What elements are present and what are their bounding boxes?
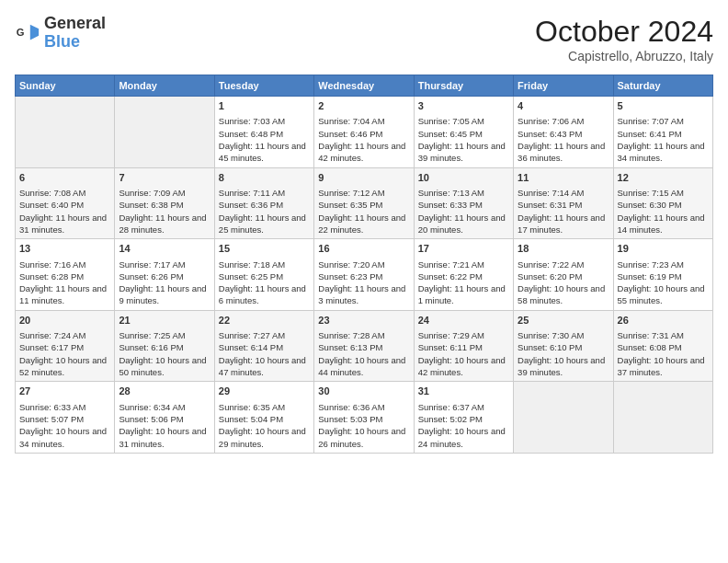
day-info: Sunset: 6:48 PM	[219, 128, 310, 140]
page-header: G General Blue October 2024 Capistrello,…	[15, 15, 713, 63]
day-info: Sunrise: 6:37 AM	[418, 401, 509, 413]
day-number: 26	[618, 314, 709, 327]
day-info: Daylight: 10 hours and 29 minutes.	[219, 425, 310, 450]
day-info: Sunrise: 6:34 AM	[119, 401, 210, 413]
calendar-week-row: 27Sunrise: 6:33 AMSunset: 5:07 PMDayligh…	[16, 382, 713, 454]
day-info: Sunrise: 7:07 AM	[618, 115, 709, 127]
logo-text: General Blue	[44, 15, 106, 52]
logo-icon: G	[15, 20, 40, 46]
calendar-cell: 23Sunrise: 7:28 AMSunset: 6:13 PMDayligh…	[314, 310, 414, 382]
calendar-cell: 18Sunrise: 7:22 AMSunset: 6:20 PMDayligh…	[514, 239, 613, 311]
day-info: Sunrise: 7:13 AM	[418, 187, 509, 199]
day-info: Daylight: 11 hours and 36 minutes.	[518, 140, 609, 165]
day-info: Daylight: 10 hours and 26 minutes.	[318, 425, 409, 450]
calendar-cell: 9Sunrise: 7:12 AMSunset: 6:35 PMDaylight…	[314, 167, 414, 239]
day-info: Sunset: 6:08 PM	[618, 341, 709, 353]
day-number: 21	[119, 314, 210, 327]
day-info: Daylight: 10 hours and 34 minutes.	[19, 425, 110, 450]
calendar-cell: 17Sunrise: 7:21 AMSunset: 6:22 PMDayligh…	[414, 239, 513, 311]
day-info: Daylight: 11 hours and 42 minutes.	[318, 140, 409, 165]
day-number: 9	[318, 171, 409, 185]
month-title: October 2024	[535, 15, 713, 49]
day-info: Daylight: 11 hours and 45 minutes.	[219, 140, 310, 165]
day-number: 25	[518, 314, 609, 327]
calendar-cell	[613, 382, 712, 454]
day-number: 31	[418, 385, 509, 398]
day-info: Daylight: 10 hours and 52 minutes.	[19, 354, 110, 379]
dow-header: Saturday	[613, 75, 712, 97]
calendar-cell: 25Sunrise: 7:30 AMSunset: 6:10 PMDayligh…	[514, 310, 613, 382]
day-info: Sunset: 6:46 PM	[318, 128, 409, 140]
day-info: Sunset: 6:41 PM	[618, 128, 709, 140]
calendar-cell: 26Sunrise: 7:31 AMSunset: 6:08 PMDayligh…	[613, 310, 712, 382]
day-info: Daylight: 11 hours and 31 minutes.	[19, 212, 110, 236]
day-info: Sunrise: 7:16 AM	[19, 259, 110, 270]
calendar-cell: 13Sunrise: 7:16 AMSunset: 6:28 PMDayligh…	[16, 239, 115, 311]
calendar-cell: 21Sunrise: 7:25 AMSunset: 6:16 PMDayligh…	[115, 310, 214, 382]
day-number: 7	[119, 171, 210, 185]
day-info: Sunrise: 7:12 AM	[318, 187, 409, 199]
calendar-cell: 2Sunrise: 7:04 AMSunset: 6:46 PMDaylight…	[314, 97, 414, 168]
day-info: Daylight: 11 hours and 9 minutes.	[119, 282, 210, 307]
calendar-cell: 30Sunrise: 6:36 AMSunset: 5:03 PMDayligh…	[314, 382, 414, 454]
day-info: Sunset: 6:23 PM	[318, 270, 409, 282]
dow-header: Tuesday	[214, 75, 313, 97]
calendar-cell: 27Sunrise: 6:33 AMSunset: 5:07 PMDayligh…	[16, 382, 115, 454]
day-info: Sunset: 6:13 PM	[318, 341, 409, 353]
day-info: Daylight: 11 hours and 11 minutes.	[19, 282, 110, 307]
calendar-week-row: 6Sunrise: 7:08 AMSunset: 6:40 PMDaylight…	[16, 167, 713, 239]
day-info: Sunset: 6:38 PM	[119, 199, 210, 211]
dow-header: Friday	[514, 75, 613, 97]
day-info: Sunset: 6:14 PM	[219, 341, 310, 353]
day-info: Daylight: 10 hours and 31 minutes.	[119, 425, 210, 450]
calendar-cell	[115, 97, 214, 168]
day-number: 23	[318, 314, 409, 327]
day-info: Sunrise: 6:36 AM	[318, 401, 409, 413]
day-number: 5	[618, 99, 709, 113]
day-info: Sunrise: 7:21 AM	[418, 259, 509, 270]
calendar-week-row: 13Sunrise: 7:16 AMSunset: 6:28 PMDayligh…	[16, 239, 713, 311]
calendar-cell: 20Sunrise: 7:24 AMSunset: 6:17 PMDayligh…	[16, 310, 115, 382]
day-info: Sunset: 6:20 PM	[518, 270, 609, 282]
day-info: Daylight: 11 hours and 25 minutes.	[219, 212, 310, 236]
calendar-cell: 5Sunrise: 7:07 AMSunset: 6:41 PMDaylight…	[613, 97, 712, 168]
calendar-cell: 3Sunrise: 7:05 AMSunset: 6:45 PMDaylight…	[414, 97, 513, 168]
day-info: Sunrise: 7:20 AM	[318, 259, 409, 270]
day-info: Daylight: 10 hours and 50 minutes.	[119, 354, 210, 379]
calendar-cell: 4Sunrise: 7:06 AMSunset: 6:43 PMDaylight…	[514, 97, 613, 168]
day-number: 6	[19, 171, 110, 185]
day-info: Sunset: 6:19 PM	[618, 270, 709, 282]
day-info: Sunrise: 7:14 AM	[518, 187, 609, 199]
day-number: 29	[219, 385, 310, 398]
day-info: Daylight: 11 hours and 39 minutes.	[418, 140, 509, 165]
calendar-body: 1Sunrise: 7:03 AMSunset: 6:48 PMDaylight…	[16, 97, 713, 454]
day-info: Sunrise: 7:24 AM	[19, 329, 110, 341]
calendar-cell: 24Sunrise: 7:29 AMSunset: 6:11 PMDayligh…	[414, 310, 513, 382]
day-number: 28	[119, 385, 210, 398]
day-info: Daylight: 10 hours and 42 minutes.	[418, 354, 509, 379]
day-info: Sunrise: 7:11 AM	[219, 187, 310, 199]
day-info: Sunset: 6:36 PM	[219, 199, 310, 211]
day-info: Sunrise: 6:35 AM	[219, 401, 310, 413]
day-info: Daylight: 10 hours and 44 minutes.	[318, 354, 409, 379]
day-info: Sunrise: 6:33 AM	[19, 401, 110, 413]
day-info: Daylight: 11 hours and 3 minutes.	[318, 282, 409, 307]
day-info: Sunrise: 7:08 AM	[19, 187, 110, 199]
calendar-cell: 29Sunrise: 6:35 AMSunset: 5:04 PMDayligh…	[214, 382, 313, 454]
day-info: Sunrise: 7:09 AM	[119, 187, 210, 199]
day-info: Sunset: 5:04 PM	[219, 413, 310, 425]
day-number: 12	[618, 171, 709, 185]
day-number: 13	[19, 242, 110, 256]
calendar-week-row: 1Sunrise: 7:03 AMSunset: 6:48 PMDaylight…	[16, 97, 713, 168]
day-info: Sunset: 6:31 PM	[518, 199, 609, 211]
calendar-cell: 6Sunrise: 7:08 AMSunset: 6:40 PMDaylight…	[16, 167, 115, 239]
day-info: Sunset: 5:03 PM	[318, 413, 409, 425]
day-info: Sunset: 6:26 PM	[119, 270, 210, 282]
calendar-cell: 1Sunrise: 7:03 AMSunset: 6:48 PMDaylight…	[214, 97, 313, 168]
day-number: 3	[418, 99, 509, 113]
day-info: Sunrise: 7:23 AM	[618, 259, 709, 270]
day-info: Sunset: 6:43 PM	[518, 128, 609, 140]
day-number: 11	[518, 171, 609, 185]
day-info: Sunrise: 7:18 AM	[219, 259, 310, 270]
day-info: Sunset: 6:10 PM	[518, 341, 609, 353]
